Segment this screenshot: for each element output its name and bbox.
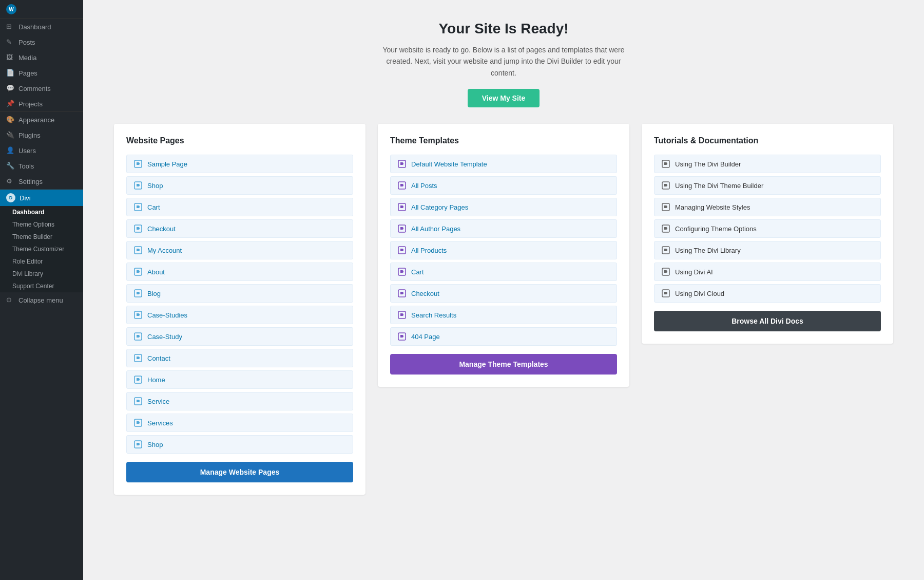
website-page-item[interactable]: Sample Page <box>126 155 353 173</box>
tutorials-heading: Tutorials & Documentation <box>654 136 881 145</box>
sidebar-item-appearance[interactable]: 🎨 Appearance <box>0 112 83 127</box>
website-page-item[interactable]: Service <box>126 392 353 410</box>
tutorial-item[interactable]: Using The Divi Builder <box>654 155 881 173</box>
divi-page-icon <box>134 268 142 276</box>
divi-tutorial-icon <box>662 203 670 211</box>
theme-template-item[interactable]: Default Website Template <box>390 155 617 173</box>
divi-page-icon <box>134 181 142 190</box>
divi-template-icon <box>398 289 406 297</box>
sidebar-item-posts-label: Posts <box>18 39 35 46</box>
sidebar-item-users[interactable]: 👤 Users <box>0 143 83 158</box>
divi-submenu-support-center[interactable]: Support Center <box>0 280 83 292</box>
theme-templates-heading: Theme Templates <box>390 136 617 145</box>
columns-container: Website Pages Sample Page Shop Cart Chec… <box>114 124 893 495</box>
website-page-item[interactable]: Shop <box>126 435 353 454</box>
divi-template-icon <box>398 203 406 211</box>
divi-submenu-theme-customizer[interactable]: Theme Customizer <box>0 243 83 255</box>
website-page-item[interactable]: My Account <box>126 241 353 259</box>
divi-submenu-dashboard[interactable]: Dashboard <box>0 206 83 218</box>
website-page-item[interactable]: Case-Studies <box>126 306 353 324</box>
tutorial-item[interactable]: Managing Website Styles <box>654 198 881 216</box>
sidebar-item-comments-label: Comments <box>18 85 51 92</box>
website-pages-heading: Website Pages <box>126 136 353 145</box>
divi-template-icon <box>398 224 406 233</box>
divi-template-icon <box>398 160 406 168</box>
sidebar-item-projects[interactable]: 📌 Projects <box>0 96 83 111</box>
manage-website-pages-button[interactable]: Manage Website Pages <box>126 462 353 482</box>
tutorials-column: Tutorials & Documentation Using The Divi… <box>642 124 893 344</box>
settings-icon: ⚙ <box>6 177 14 185</box>
website-page-item[interactable]: Checkout <box>126 219 353 238</box>
tools-icon: 🔧 <box>6 162 14 170</box>
page-subtitle: Your website is ready to go. Below is a … <box>375 44 632 79</box>
theme-template-item[interactable]: Search Results <box>390 306 617 324</box>
divi-tutorial-icon <box>662 160 670 168</box>
theme-template-item[interactable]: All Posts <box>390 176 617 195</box>
sidebar-item-settings-label: Settings <box>18 178 43 185</box>
theme-template-item[interactable]: Cart <box>390 263 617 281</box>
sidebar-item-settings[interactable]: ⚙ Settings <box>0 174 83 189</box>
sidebar-collapse-label: Collapse menu <box>18 296 63 304</box>
theme-template-item[interactable]: All Author Pages <box>390 219 617 238</box>
tutorial-item[interactable]: Using Divi Cloud <box>654 284 881 303</box>
theme-template-item[interactable]: Checkout <box>390 284 617 303</box>
sidebar-item-plugins[interactable]: 🔌 Plugins <box>0 127 83 143</box>
sidebar-item-posts[interactable]: ✎ Posts <box>0 34 83 50</box>
divi-page-icon <box>134 311 142 319</box>
tutorial-item[interactable]: Using Divi AI <box>654 263 881 281</box>
sidebar-nav: ⊞ Dashboard ✎ Posts 🖼 Media 📄 Pages 💬 Co… <box>0 19 83 308</box>
website-page-item[interactable]: Services <box>126 414 353 432</box>
divi-template-icon <box>398 332 406 341</box>
sidebar-item-pages[interactable]: 📄 Pages <box>0 65 83 81</box>
sidebar-item-tools[interactable]: 🔧 Tools <box>0 158 83 174</box>
divi-tutorial-icon <box>662 268 670 276</box>
collapse-icon: ⊙ <box>6 296 14 304</box>
divi-icon: D <box>6 193 15 202</box>
tutorial-item[interactable]: Using The Divi Theme Builder <box>654 176 881 195</box>
page-header: Your Site Is Ready! Your website is read… <box>114 21 893 107</box>
media-icon: 🖼 <box>6 53 14 62</box>
divi-submenu-role-editor[interactable]: Role Editor <box>0 255 83 268</box>
website-page-item[interactable]: Cart <box>126 198 353 216</box>
divi-submenu-theme-builder[interactable]: Theme Builder <box>0 231 83 243</box>
divi-page-icon <box>134 160 142 168</box>
users-icon: 👤 <box>6 146 14 155</box>
divi-submenu-divi-library[interactable]: Divi Library <box>0 268 83 280</box>
sidebar-item-projects-label: Projects <box>18 100 43 108</box>
website-page-item[interactable]: About <box>126 263 353 281</box>
theme-template-item[interactable]: 404 Page <box>390 327 617 346</box>
sidebar-item-media[interactable]: 🖼 Media <box>0 50 83 65</box>
view-site-button[interactable]: View My Site <box>468 89 540 107</box>
browse-divi-docs-button[interactable]: Browse All Divi Docs <box>654 311 881 331</box>
sidebar-divi-label: Divi <box>20 194 31 202</box>
divi-page-icon <box>134 332 142 341</box>
divi-page-icon <box>134 397 142 405</box>
sidebar-item-dashboard[interactable]: ⊞ Dashboard <box>0 19 83 34</box>
tutorial-item[interactable]: Configuring Theme Options <box>654 219 881 238</box>
website-page-item[interactable]: Shop <box>126 176 353 195</box>
website-page-item[interactable]: Case-Study <box>126 327 353 346</box>
divi-submenu-theme-options[interactable]: Theme Options <box>0 218 83 231</box>
divi-page-icon <box>134 246 142 254</box>
sidebar-logo: W <box>0 0 83 19</box>
manage-theme-templates-button[interactable]: Manage Theme Templates <box>390 354 617 375</box>
theme-template-item[interactable]: All Category Pages <box>390 198 617 216</box>
website-page-item[interactable]: Blog <box>126 284 353 303</box>
sidebar-item-divi[interactable]: D Divi <box>0 190 83 206</box>
divi-submenu: Dashboard Theme Options Theme Builder Th… <box>0 206 83 292</box>
sidebar-item-dashboard-label: Dashboard <box>18 23 51 31</box>
sidebar-item-collapse[interactable]: ⊙ Collapse menu <box>0 292 83 308</box>
theme-template-item[interactable]: All Products <box>390 241 617 259</box>
divi-tutorial-icon <box>662 224 670 233</box>
divi-page-icon <box>134 376 142 384</box>
sidebar-item-users-label: Users <box>18 147 36 155</box>
sidebar-divi-section: D Divi Dashboard Theme Options Theme Bui… <box>0 189 83 292</box>
posts-icon: ✎ <box>6 38 14 46</box>
wordpress-logo-icon: W <box>6 4 16 14</box>
website-page-item[interactable]: Contact <box>126 349 353 367</box>
sidebar-item-media-label: Media <box>18 54 36 62</box>
tutorial-item[interactable]: Using The Divi Library <box>654 241 881 259</box>
sidebar-item-comments[interactable]: 💬 Comments <box>0 81 83 96</box>
dashboard-icon: ⊞ <box>6 23 14 31</box>
website-page-item[interactable]: Home <box>126 370 353 389</box>
